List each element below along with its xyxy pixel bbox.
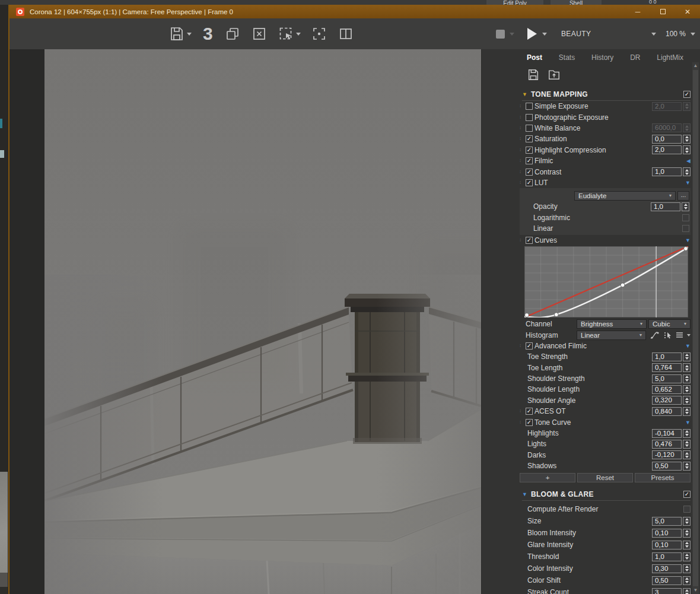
param-spinner[interactable] [683,102,691,111]
param-spinner[interactable] [683,450,691,459]
row-drag-handle[interactable] [520,420,526,425]
param-spinner[interactable] [683,462,691,471]
row-drag-handle[interactable] [520,238,526,243]
param-checkbox[interactable] [526,114,533,121]
panel-scrollbar[interactable]: ▲ ▼ [692,62,699,594]
row-drag-handle[interactable] [520,409,526,414]
row-drag-handle[interactable] [520,180,526,185]
param-value[interactable]: 1,0 [651,202,680,211]
save-image-button[interactable] [168,26,192,42]
param-checkbox[interactable] [526,179,533,186]
param-spinner[interactable] [683,576,691,585]
param-spinner[interactable] [683,385,691,394]
param-spinner[interactable] [683,396,691,405]
param-spinner[interactable] [683,517,691,526]
tab-dr[interactable]: DR [630,53,640,62]
titlebar[interactable]: Corona 12 | 604×755px (1:1) | Camera: Fr… [9,5,700,18]
param-checkbox[interactable] [683,506,691,513]
param-checkbox[interactable] [526,135,533,142]
duplicate-button[interactable] [224,26,241,42]
param-checkbox[interactable] [526,419,533,426]
load-settings-button[interactable] [548,68,561,81]
param-value[interactable]: 0,50 [652,462,682,471]
row-drag-handle[interactable] [520,158,526,163]
chevron-down-icon[interactable] [687,334,691,336]
row-drag-handle[interactable] [520,126,526,131]
start-render-button[interactable] [527,28,537,40]
param-checkbox[interactable] [682,214,689,221]
param-spinner[interactable] [683,429,691,438]
param-value[interactable]: 5,0 [652,374,682,383]
param-value[interactable]: 0,30 [652,564,682,573]
curve-tool-icon[interactable] [650,331,660,339]
section-enable-checkbox[interactable] [683,91,691,98]
tab-history[interactable]: History [591,53,613,62]
param-spinner[interactable] [683,363,691,372]
param-value[interactable]: 0,840 [652,407,682,416]
param-checkbox[interactable] [526,125,533,132]
param-checkbox[interactable] [526,103,533,110]
render-image[interactable] [44,49,481,594]
scrollbar-thumb[interactable] [693,70,698,586]
chevron-down-icon[interactable] [187,33,192,36]
section-bloom-glare[interactable]: ▼ BLOOM & GLARE [522,488,691,501]
collapse-triangle-icon[interactable]: ▼ [522,91,527,97]
param-value[interactable]: 5,0 [652,517,682,526]
close-button[interactable]: ✕ [675,5,700,18]
param-spinner[interactable] [683,564,691,573]
ab-compare-button[interactable] [338,26,354,42]
param-value[interactable]: 0,476 [652,440,682,449]
param-checkbox[interactable] [526,342,533,350]
param-spinner[interactable] [683,552,691,561]
param-spinner[interactable] [683,123,691,132]
param-value[interactable]: 0,50 [652,576,682,585]
param-value[interactable]: 1,0 [652,352,682,361]
point-select-icon[interactable] [664,331,672,339]
scroll-down-icon[interactable]: ▼ [692,587,699,594]
param-spinner[interactable] [683,588,691,594]
minimize-button[interactable]: ─ [625,5,650,18]
row-drag-handle[interactable] [520,148,526,153]
row-drag-handle[interactable] [520,344,526,348]
param-value[interactable]: 0,764 [652,363,682,372]
param-spinner[interactable] [683,167,691,176]
collapse-triangle-icon[interactable]: ▼ [522,491,527,497]
param-value[interactable]: 0,10 [652,529,682,538]
param-value[interactable]: 0,10 [652,541,682,549]
row-drag-handle[interactable] [520,136,526,141]
param-spinner[interactable] [683,135,691,144]
param-checkbox[interactable] [526,237,533,244]
clear-vfb-button[interactable] [251,26,268,42]
tab-lightmix[interactable]: LightMix [657,53,683,62]
param-value[interactable]: 6000,0 [652,123,682,132]
param-checkbox[interactable] [526,157,533,164]
curve-editor[interactable] [524,246,688,317]
region-render-button[interactable] [278,26,301,42]
save-settings-button[interactable] [527,68,540,81]
row-drag-handle[interactable] [520,104,526,109]
param-value[interactable]: 0,652 [652,385,682,394]
render-viewport[interactable] [9,49,482,594]
param-spinner[interactable] [683,529,691,538]
expand-arrow-icon[interactable]: ▼ [682,420,691,425]
param-value[interactable]: 0,0 [652,135,682,144]
param-value[interactable]: 0,320 [652,396,682,405]
param-spinner[interactable] [682,202,689,211]
lut-preset-dropdown[interactable]: Eudialyte ▾ [574,191,676,201]
expand-arrow-icon[interactable]: ▼ [682,343,691,349]
param-spinner[interactable] [683,407,691,416]
param-value[interactable]: -0,120 [652,450,682,459]
param-spinner[interactable] [683,541,691,549]
channel-dropdown[interactable]: Brightness ▾ [577,319,647,329]
row-drag-handle[interactable] [520,115,526,120]
section-enable-checkbox[interactable] [683,491,691,498]
histogram-dropdown[interactable]: Linear ▾ [577,331,646,340]
expand-arrow-icon[interactable]: ▼ [682,180,691,186]
param-value[interactable]: 2,0 [652,102,682,111]
param-spinner[interactable] [683,440,691,449]
param-checkbox[interactable] [682,225,689,232]
tab-post[interactable]: Post [527,53,542,62]
param-checkbox[interactable] [526,408,533,415]
param-value[interactable]: -0,104 [652,429,682,438]
reset-button[interactable]: Reset [577,473,633,482]
